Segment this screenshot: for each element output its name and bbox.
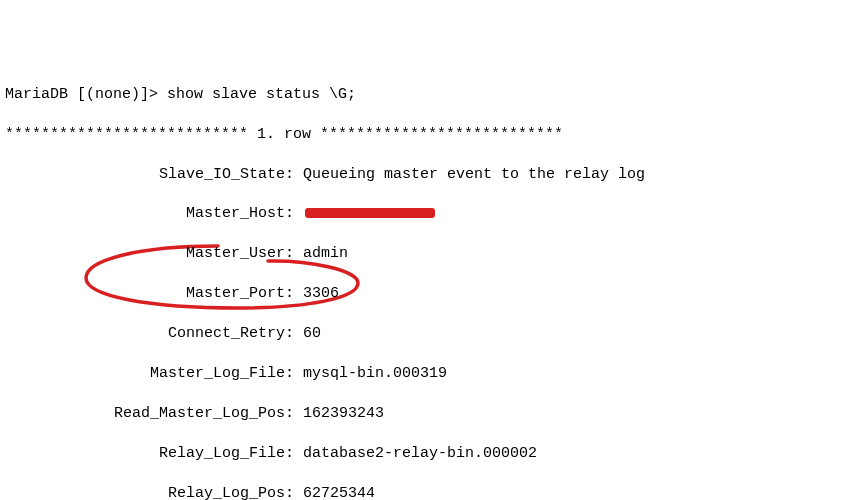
- field-value: 62725344: [303, 485, 375, 501]
- field-value: Queueing master event to the relay log: [303, 166, 645, 183]
- field-label: Read_Master_Log_Pos: [5, 404, 285, 424]
- row-header: *************************** 1. row *****…: [5, 125, 852, 145]
- field-value: admin: [303, 245, 348, 262]
- field-label: Relay_Log_Pos: [5, 484, 285, 501]
- field-label: Relay_Log_File: [5, 444, 285, 464]
- field-row: Master_Port: 3306: [5, 284, 852, 304]
- field-label: Master_Port: [5, 284, 285, 304]
- field-row: Master_User: admin: [5, 244, 852, 264]
- field-label: Slave_IO_State: [5, 165, 285, 185]
- field-row: Connect_Retry: 60: [5, 324, 852, 344]
- redaction-mark: [305, 208, 435, 218]
- field-value: database2-relay-bin.000002: [303, 445, 537, 462]
- field-row: Slave_IO_State: Queueing master event to…: [5, 165, 852, 185]
- field-row: Relay_Log_File: database2-relay-bin.0000…: [5, 444, 852, 464]
- field-row: Master_Log_File: mysql-bin.000319: [5, 364, 852, 384]
- field-value: mysql-bin.000319: [303, 365, 447, 382]
- prompt-line: MariaDB [(none)]> show slave status \G;: [5, 85, 852, 105]
- field-row: Master_Host:: [5, 204, 852, 224]
- field-label: Connect_Retry: [5, 324, 285, 344]
- field-label: Master_Log_File: [5, 364, 285, 384]
- field-value: 162393243: [303, 405, 384, 422]
- field-row: Read_Master_Log_Pos: 162393243: [5, 404, 852, 424]
- field-value: 60: [303, 325, 321, 342]
- field-label: Master_Host: [5, 204, 285, 224]
- field-row: Relay_Log_Pos: 62725344: [5, 484, 852, 501]
- field-value: 3306: [303, 285, 339, 302]
- field-label: Master_User: [5, 244, 285, 264]
